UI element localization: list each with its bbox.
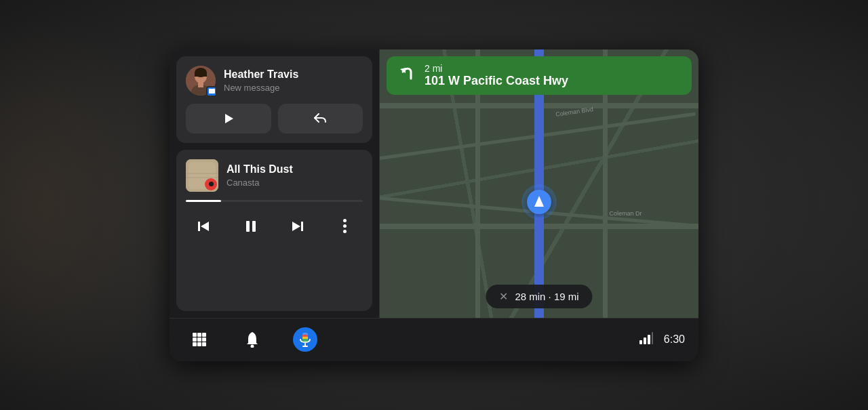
bottom-nav-bar: 6:30	[170, 318, 698, 361]
prev-icon	[195, 218, 212, 234]
nav-street-name: 101 W Pacific Coast Hwy	[425, 74, 568, 89]
svg-rect-25	[193, 337, 197, 342]
svg-point-19	[343, 224, 347, 228]
bell-icon	[245, 331, 260, 348]
svg-rect-23	[197, 333, 201, 337]
nav-distance-text: 2 mi	[425, 63, 568, 74]
pause-icon	[243, 218, 259, 234]
message-subtitle: New message	[224, 83, 363, 93]
map-label-2: Coleman Dr	[609, 210, 642, 217]
turn-arrow-svg	[397, 64, 416, 83]
svg-rect-29	[197, 342, 201, 346]
svg-rect-36	[302, 335, 308, 337]
nav-banner: 2 mi 101 W Pacific Coast Hwy	[387, 56, 692, 96]
location-marker	[521, 184, 557, 220]
more-options-button[interactable]	[330, 211, 360, 241]
next-icon	[290, 218, 306, 234]
assistant-button[interactable]	[289, 323, 321, 356]
svg-rect-14	[246, 221, 250, 232]
svg-rect-41	[648, 335, 650, 344]
sender-name: Heather Travis	[224, 68, 363, 81]
svg-point-18	[343, 219, 347, 222]
music-info: All This Dust Canasta	[186, 159, 363, 192]
more-icon	[343, 219, 347, 233]
svg-marker-13	[201, 222, 209, 231]
message-notification-badge	[206, 86, 217, 97]
apps-grid-icon	[192, 332, 207, 347]
reply-message-button[interactable]	[278, 104, 363, 134]
svg-rect-10	[186, 173, 218, 174]
message-header: Heather Travis New message	[186, 66, 363, 96]
svg-point-20	[343, 230, 347, 233]
main-content: Heather Travis New message	[170, 49, 698, 318]
message-text: Heather Travis New message	[224, 68, 363, 92]
screen-inner: Heather Travis New message	[170, 49, 698, 361]
svg-marker-17	[292, 222, 300, 231]
signal-icon	[639, 332, 653, 348]
next-track-button[interactable]	[283, 211, 313, 241]
nav-distance-info: 2 mi 101 W Pacific Coast Hwy	[425, 63, 568, 89]
music-card: All This Dust Canasta	[176, 150, 372, 311]
svg-marker-7	[225, 114, 233, 123]
svg-rect-3	[195, 73, 207, 77]
svg-rect-22	[193, 333, 197, 337]
message-badge-icon	[209, 88, 215, 94]
svg-rect-11	[186, 177, 218, 178]
svg-rect-5	[198, 82, 203, 87]
svg-rect-12	[198, 222, 200, 231]
avatar-container	[186, 66, 216, 96]
nav-right-status: 6:30	[639, 332, 685, 348]
signal-bars-svg	[639, 332, 653, 344]
svg-rect-38	[302, 339, 308, 342]
play-message-button[interactable]	[186, 104, 271, 134]
svg-rect-28	[193, 342, 197, 346]
svg-rect-39	[639, 340, 642, 344]
pause-button[interactable]	[236, 211, 266, 241]
reply-icon	[313, 111, 328, 126]
svg-rect-37	[302, 337, 308, 339]
album-record-indicator	[205, 178, 217, 190]
turn-left-icon	[397, 64, 416, 87]
play-icon	[222, 112, 235, 125]
mic-circle	[293, 327, 317, 352]
music-controls	[186, 211, 363, 241]
svg-rect-40	[644, 337, 646, 344]
notifications-button[interactable]	[236, 323, 269, 356]
svg-rect-42	[652, 332, 653, 344]
location-outer-ring	[521, 184, 557, 220]
location-inner-circle	[527, 190, 551, 214]
svg-rect-27	[202, 337, 206, 342]
previous-track-button[interactable]	[189, 211, 218, 241]
svg-point-31	[251, 345, 254, 348]
message-actions	[186, 104, 363, 134]
mic-svg	[299, 332, 311, 347]
svg-rect-15	[252, 221, 256, 232]
svg-rect-30	[202, 342, 206, 346]
svg-rect-24	[202, 333, 206, 337]
music-meta: All This Dust Canasta	[226, 163, 363, 187]
svg-rect-16	[301, 222, 303, 231]
artist-name: Canasta	[226, 178, 363, 188]
svg-rect-26	[197, 337, 201, 342]
android-auto-screen: Heather Travis New message	[170, 49, 698, 361]
album-art	[186, 159, 218, 192]
location-direction-arrow	[534, 196, 544, 207]
nav-left-icons	[183, 323, 639, 356]
eta-banner: ✕ 28 min · 19 mi	[486, 285, 592, 308]
eta-close-button[interactable]: ✕	[499, 290, 508, 303]
map-panel: Coleman Blvd Coleman Dr 2 mi 101 W Pacif…	[380, 49, 698, 318]
progress-bar[interactable]	[186, 200, 363, 202]
progress-fill	[186, 200, 221, 202]
apps-button[interactable]	[183, 323, 216, 356]
message-card: Heather Travis New message	[176, 56, 372, 143]
clock-display: 6:30	[664, 333, 685, 346]
song-title: All This Dust	[226, 163, 363, 176]
eta-text: 28 min · 19 mi	[515, 291, 578, 302]
left-panel: Heather Travis New message	[170, 49, 380, 318]
